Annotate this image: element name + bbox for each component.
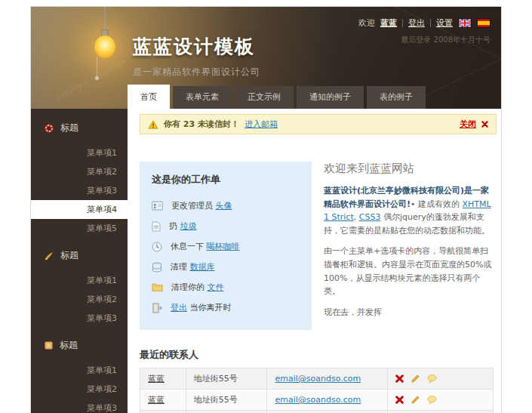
avatar-link[interactable]: 头像: [216, 201, 232, 211]
todo-title: 这是你的工作单: [152, 173, 300, 186]
contact-address: 地址街55号: [194, 395, 238, 405]
sidebar-section-3-header: 标题: [31, 331, 128, 361]
site-container: Copyright 2008/2009 欢迎 蓝蓝 登出 设置 最后登录 200…: [30, 6, 502, 413]
contacts-heading: 最近的联系人: [140, 348, 494, 362]
delete-icon[interactable]: [395, 396, 404, 404]
welcome-label: 欢迎: [358, 17, 375, 29]
note-page-icon: [152, 221, 161, 232]
database-link[interactable]: 数据库: [190, 262, 215, 272]
recent-contacts: 最近的联系人 蓝蓝 地址街55号 email@soandso.com: [140, 348, 497, 413]
trash-link[interactable]: 垃圾: [180, 221, 197, 231]
user-bar: 欢迎 蓝蓝 登出 设置: [358, 17, 490, 29]
table-row: 蓝蓝 地址街55号 email@soandso.com: [140, 390, 494, 411]
logout-link[interactable]: 登出: [408, 17, 425, 29]
goto-mailbox-link[interactable]: 进入邮箱: [244, 119, 278, 130]
edit-pencil-icon[interactable]: [411, 395, 420, 405]
spain-flag-icon[interactable]: [477, 18, 490, 28]
divider: [430, 19, 431, 27]
lightbulb-graphic: [90, 7, 120, 90]
todo-text: 清理你的 文件: [171, 282, 224, 293]
uk-flag-icon[interactable]: [458, 18, 472, 28]
contact-email-link[interactable]: email@soandso.com: [275, 374, 361, 384]
sidebar-item-menu3[interactable]: 菜单项3: [31, 181, 128, 200]
sidebar-item-menu2[interactable]: 菜单项2: [31, 162, 128, 181]
comment-bubble-icon[interactable]: [427, 396, 437, 405]
bulb-cord: [104, 7, 106, 31]
sidebar-item-menu5[interactable]: 菜单项5: [31, 219, 128, 238]
sidebar-item-menu2[interactable]: 菜单项2: [31, 380, 128, 399]
site-subtitle: 是一家精品软件界面设计公司: [133, 66, 260, 79]
todo-panel: 这是你的工作单 更改管理员 头像 扔 垃圾 休息一下 喝杯咖啡: [140, 162, 312, 330]
sidebar-section-1: 标题 菜单项1 菜单项2 菜单项3 菜单项4 菜单项5: [31, 113, 128, 238]
edit-pencil-icon[interactable]: [411, 374, 420, 384]
page-canvas: Copyright 2008/2009 欢迎 蓝蓝 登出 设置 最后登录 200…: [0, 0, 532, 413]
tab-table-example[interactable]: 表的例子: [367, 86, 426, 109]
table-row: 蓝蓝 地址街55号 email@soandso.com: [140, 411, 494, 413]
orange-note-icon: [45, 341, 53, 350]
todo-item: 更改管理员 头像: [152, 196, 300, 216]
main-tabs: 首页 表单元素 正文示例 通知的例子 表的例子: [128, 85, 426, 109]
todo-item: 休息一下 喝杯咖啡: [152, 236, 300, 257]
sidebar-item-menu2[interactable]: 菜单项2: [31, 290, 128, 309]
id-card-icon: [152, 201, 163, 211]
comment-bubble-icon[interactable]: [427, 374, 437, 384]
todo-item: 扔 垃圾: [152, 216, 300, 236]
todo-text: 扔 垃圾: [169, 220, 197, 232]
welcome-paragraph-3: 现在去，并发挥: [324, 306, 494, 319]
sidebar-item-menu3[interactable]: 菜单项3: [31, 309, 128, 328]
alert-text: 你有 23 未读信封！: [164, 119, 239, 130]
sidebar: 标题 菜单项1 菜单项2 菜单项3 菜单项4 菜单项5 标题 菜单项1 菜单项2…: [31, 109, 128, 413]
sidebar-section-2: 标题 菜单项1 菜单项2 菜单项3: [31, 241, 128, 328]
contacts-table: 蓝蓝 地址街55号 email@soandso.com 蓝蓝 地址街55号: [140, 368, 494, 413]
contact-address: 地址街55号: [194, 374, 238, 384]
coffee-link[interactable]: 喝杯咖啡: [207, 242, 240, 251]
tab-home[interactable]: 首页: [128, 85, 170, 109]
sidebar-item-menu3[interactable]: 菜单项3: [31, 399, 128, 413]
database-icon: [152, 262, 162, 273]
todo-item: 清理你的 文件: [152, 277, 300, 297]
sidebar-item-menu1[interactable]: 菜单项1: [31, 361, 128, 380]
todo-text: 休息一下 喝杯咖啡: [171, 241, 240, 252]
welcome-heading: 欢迎来到蓝蓝网站: [324, 162, 494, 176]
delete-icon[interactable]: [395, 374, 404, 383]
tab-text-example[interactable]: 正文示例: [235, 86, 294, 109]
logout-todo-link[interactable]: 登出: [171, 303, 187, 313]
username-link[interactable]: 蓝蓝: [380, 17, 397, 29]
close-icon[interactable]: [481, 121, 488, 128]
gold-brush-icon: [45, 251, 54, 260]
lightbulb-icon: [94, 35, 115, 58]
sidebar-item-menu1[interactable]: 菜单项1: [31, 143, 128, 162]
sidebar-section-title: 标题: [60, 339, 78, 352]
contact-name-link[interactable]: 蓝蓝: [148, 374, 165, 384]
contact-email-link[interactable]: email@soandso.com: [275, 395, 361, 405]
todo-item: 清理 数据库: [152, 257, 300, 277]
sidebar-section-3: 标题 菜单项1 菜单项2 菜单项3: [31, 331, 128, 413]
life-buoy-red-icon: [45, 124, 54, 133]
welcome-intro: 蓝蓝设计(北京兰亭妙微科技有限公司)是一家精品软件界面设计公司!• 建成有效的 …: [324, 184, 494, 237]
sidebar-section-title: 标题: [60, 249, 78, 262]
files-link[interactable]: 文件: [208, 282, 224, 292]
welcome-paragraph-2: 由一个主菜单+选项卡的内容，导航很简单扫描餐柜和逻辑。内容显示在页面宽度的50%…: [324, 245, 494, 297]
unread-mail-alert: 你有 23 未读信封！ 进入邮箱 关闭: [140, 114, 497, 134]
todo-item: 登出 当你离开时: [152, 297, 300, 318]
pull-cord: [97, 57, 97, 76]
settings-link[interactable]: 设置: [436, 17, 453, 29]
divider: [402, 19, 403, 27]
close-alert-link[interactable]: 关闭: [460, 119, 476, 130]
logout-door-icon: [152, 303, 162, 313]
table-row: 蓝蓝 地址街55号 email@soandso.com: [140, 368, 494, 390]
css3-link[interactable]: CSS3: [359, 212, 381, 222]
sidebar-section-title: 标题: [60, 122, 78, 134]
main-content: 你有 23 未读信封！ 进入邮箱 关闭 这是你的工作单 更改管理员 头像: [128, 109, 501, 413]
sidebar-section-2-header: 标题: [31, 241, 128, 271]
sidebar-item-menu1[interactable]: 菜单项1: [31, 271, 128, 290]
contact-name-link[interactable]: 蓝蓝: [148, 395, 165, 405]
tab-notification-example[interactable]: 通知的例子: [297, 86, 364, 109]
sidebar-section-1-header: 标题: [31, 113, 128, 143]
sidebar-item-menu4-active[interactable]: 菜单项4: [31, 200, 128, 219]
clock-icon: [152, 242, 162, 252]
todo-text: 更改管理员 头像: [171, 200, 232, 211]
tab-form-elements[interactable]: 表单元素: [173, 86, 232, 109]
brand-block: 蓝蓝设计模板 是一家精品软件界面设计公司: [133, 34, 260, 79]
warning-triangle-icon: [148, 120, 158, 129]
